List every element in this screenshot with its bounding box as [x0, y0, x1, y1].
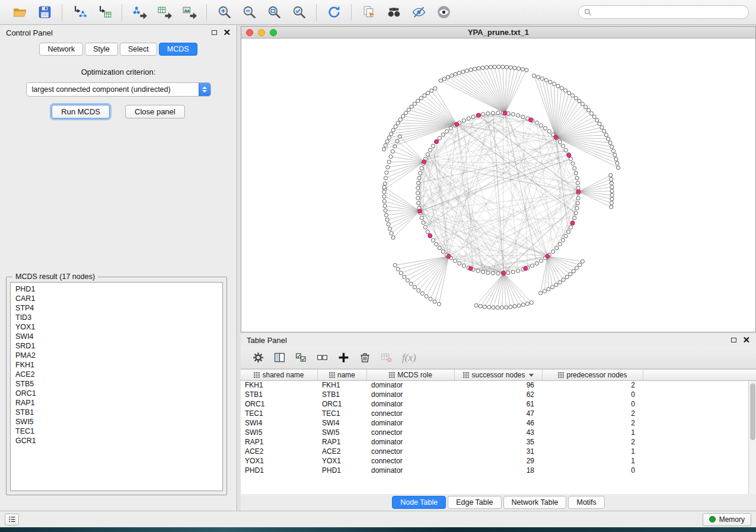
- mcds-result-item[interactable]: SRD1: [15, 341, 222, 351]
- mcds-result-list[interactable]: PHD1CAR1STP4TID3YOX1SWI4SRD1PMA2FKH1ACE2…: [10, 282, 223, 491]
- column-header-label: successor nodes: [471, 371, 525, 379]
- find-button[interactable]: [384, 3, 404, 22]
- delete-columns-button[interactable]: [356, 349, 374, 367]
- table-cell: 2: [543, 419, 643, 428]
- window-close-button[interactable]: [246, 29, 253, 36]
- search-input[interactable]: [595, 8, 743, 17]
- control-panel-header: Control Panel ✕: [0, 25, 237, 40]
- hide-graphics-details-button[interactable]: [409, 3, 429, 22]
- tab-mcds[interactable]: MCDS: [159, 43, 197, 56]
- export-table-button[interactable]: [154, 3, 174, 22]
- table-cell: RAP1: [241, 438, 318, 447]
- table-options-button[interactable]: [249, 349, 267, 367]
- table-cell: ORC1: [318, 400, 367, 409]
- table-row[interactable]: YOX1YOX1connector291: [241, 457, 748, 466]
- mcds-result-item[interactable]: ACE2: [15, 370, 222, 379]
- table-row[interactable]: TEC1TEC1connector472: [241, 409, 748, 419]
- tab-edge-table[interactable]: Edge Table: [448, 496, 501, 509]
- network-graph[interactable]: [241, 39, 755, 332]
- table-scrollbar-thumb[interactable]: [750, 383, 755, 440]
- float-table-panel-icon[interactable]: [731, 338, 736, 342]
- mcds-result-item[interactable]: GCR1: [15, 436, 222, 446]
- mcds-result-item[interactable]: STB5: [15, 379, 222, 389]
- table-cell: 0: [543, 400, 643, 409]
- optimization-criterion-dropdown[interactable]: largest connected component (undirected): [26, 82, 211, 97]
- tab-style[interactable]: Style: [85, 43, 118, 56]
- table-row[interactable]: ACE2ACE2connector311: [241, 447, 748, 457]
- run-mcds-button[interactable]: Run MCDS: [52, 105, 110, 118]
- table-scrollbar[interactable]: [748, 381, 756, 494]
- search-box[interactable]: [578, 5, 749, 19]
- window-zoom-button[interactable]: [270, 29, 277, 36]
- tab-network[interactable]: Network: [39, 43, 83, 56]
- float-panel-icon[interactable]: [212, 30, 217, 35]
- close-panel-button[interactable]: Close panel: [125, 105, 185, 118]
- column-header[interactable]: predecessor nodes: [543, 370, 643, 380]
- show-columns-button[interactable]: [270, 349, 288, 367]
- network-window-titlebar[interactable]: YPA_prune.txt_1: [241, 27, 755, 39]
- column-header[interactable]: shared name: [241, 370, 318, 380]
- mcds-result-item[interactable]: CAR1: [15, 294, 222, 303]
- table-cell: 47: [455, 409, 543, 419]
- mcds-result-item[interactable]: RAP1: [15, 398, 222, 408]
- mcds-result-item[interactable]: STB1: [15, 408, 222, 417]
- memory-button[interactable]: Memory: [703, 513, 751, 526]
- mcds-result-item[interactable]: YOX1: [15, 322, 222, 332]
- column-header[interactable]: name: [318, 370, 367, 380]
- table-row[interactable]: RAP1RAP1dominator352: [241, 438, 748, 447]
- table-row[interactable]: SWI4SWI4dominator462: [241, 419, 748, 428]
- tab-motifs[interactable]: Motifs: [568, 496, 604, 509]
- zoom-fit-button[interactable]: [264, 3, 284, 22]
- save-session-button[interactable]: [34, 3, 55, 22]
- table-cell: STB1: [241, 390, 318, 400]
- mcds-result-item[interactable]: TEC1: [15, 427, 222, 436]
- table-cell: dominator: [367, 400, 455, 409]
- mcds-result-item[interactable]: ORC1: [15, 389, 222, 398]
- mcds-result-item[interactable]: STP4: [15, 303, 222, 313]
- mcds-result-item[interactable]: TID3: [15, 313, 222, 322]
- zoom-out-button[interactable]: [239, 3, 259, 22]
- zoom-selected-button[interactable]: [289, 3, 309, 22]
- close-table-panel-icon[interactable]: ✕: [742, 337, 750, 343]
- mcds-result-item[interactable]: PMA2: [15, 351, 222, 360]
- create-column-button[interactable]: [334, 349, 352, 367]
- control-panel-tabs: NetworkStyleSelectMCDS: [0, 43, 237, 56]
- network-canvas[interactable]: [241, 39, 755, 332]
- mcds-result-item[interactable]: SWI4: [15, 332, 222, 341]
- import-network-file-button[interactable]: [69, 3, 90, 22]
- column-header[interactable]: MCDS role: [367, 370, 455, 380]
- select-all-rows-button[interactable]: [292, 349, 310, 367]
- refresh-view-button[interactable]: [324, 3, 344, 22]
- column-type-icon: [329, 372, 335, 378]
- window-minimize-button[interactable]: [258, 29, 265, 36]
- node-table: shared namenameMCDS rolesuccessor nodesp…: [241, 369, 756, 494]
- column-header[interactable]: successor nodes: [455, 370, 543, 380]
- delete-table-button[interactable]: [377, 349, 395, 367]
- close-panel-icon[interactable]: ✕: [223, 30, 231, 36]
- application-window: Control Panel ✕ NetworkStyleSelectMCDS O…: [0, 0, 756, 527]
- export-network-button[interactable]: [129, 3, 149, 22]
- table-row[interactable]: STB1STB1dominator620: [241, 390, 748, 400]
- tab-network-table[interactable]: Network Table: [503, 496, 567, 509]
- import-table-file-icon: [97, 5, 112, 20]
- tab-select[interactable]: Select: [120, 43, 157, 56]
- import-table-file-button[interactable]: [94, 3, 114, 22]
- clone-network-button[interactable]: [359, 3, 379, 22]
- open-file-button[interactable]: [9, 3, 30, 22]
- mcds-result-item[interactable]: FKH1: [15, 360, 222, 370]
- mcds-result-item[interactable]: SWI5: [15, 417, 222, 427]
- table-row[interactable]: FKH1FKH1dominator962: [241, 381, 748, 390]
- mcds-result-item[interactable]: PHD1: [15, 284, 222, 294]
- deselect-all-rows-button[interactable]: [313, 349, 331, 367]
- table-cell: SWI5: [241, 428, 318, 438]
- list-icon: [8, 515, 17, 524]
- show-graphics-details-button[interactable]: [433, 3, 454, 22]
- table-row[interactable]: ORC1ORC1dominator610: [241, 400, 748, 409]
- table-row[interactable]: SWI5SWI5connector431: [241, 428, 748, 438]
- table-cell: 29: [455, 457, 543, 466]
- export-image-button[interactable]: [179, 3, 199, 22]
- panel-menu-button[interactable]: [5, 514, 19, 525]
- tab-node-table[interactable]: Node Table: [392, 496, 446, 509]
- zoom-in-button[interactable]: [214, 3, 234, 22]
- table-row[interactable]: PHD1PHD1dominator180: [241, 466, 748, 476]
